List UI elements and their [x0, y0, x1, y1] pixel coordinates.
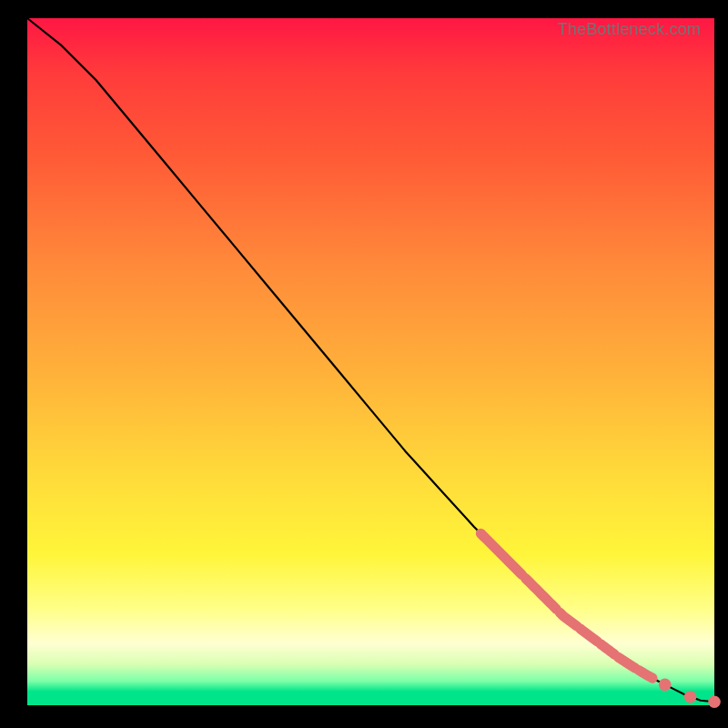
- highlight-point: [708, 695, 721, 708]
- highlight-point: [659, 679, 672, 692]
- highlight-segment: [581, 629, 598, 642]
- highlight-segment: [480, 533, 521, 574]
- highlight-segment: [618, 657, 635, 668]
- chart-frame: TheBottleneck.com: [0, 0, 728, 728]
- highlight-segment: [525, 578, 556, 609]
- highlight-point: [684, 691, 697, 703]
- highlight-segment: [560, 612, 577, 626]
- plot-area: TheBottleneck.com: [27, 18, 714, 705]
- chart-svg: [27, 18, 714, 705]
- highlight-markers-group: [659, 679, 721, 708]
- highlight-segment: [639, 671, 652, 679]
- highlight-segments-group: [480, 533, 652, 678]
- curve-line: [27, 18, 714, 702]
- highlight-segment: [601, 644, 614, 654]
